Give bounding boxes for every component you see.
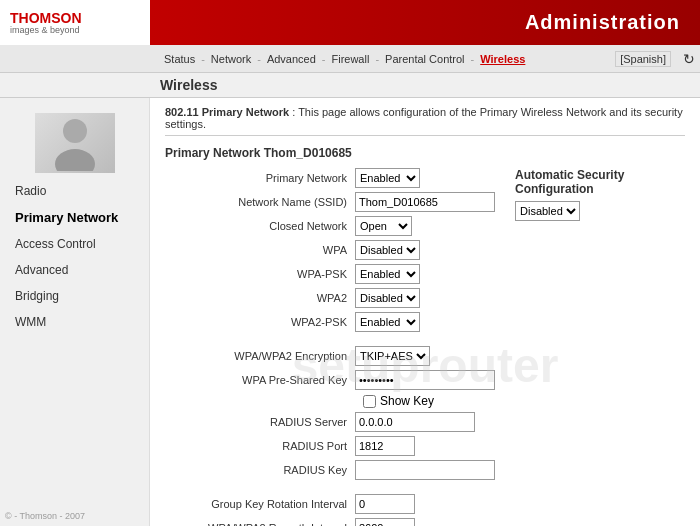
- refresh-icon[interactable]: ↻: [683, 51, 695, 67]
- wpa-reauth-input[interactable]: [355, 518, 415, 526]
- radius-port-label: RADIUS Port: [165, 440, 355, 452]
- wpa-psk-select[interactable]: Enabled Disabled: [355, 264, 420, 284]
- page-title: Wireless: [160, 77, 217, 93]
- network-name-ssid-label: Network Name (SSID): [165, 196, 355, 208]
- section-label: 802.11 Primary Network: [165, 106, 289, 118]
- wpa-pre-shared-key-label: WPA Pre-Shared Key: [165, 374, 355, 386]
- network-name-ssid-input[interactable]: [355, 192, 495, 212]
- radius-server-input[interactable]: [355, 412, 475, 432]
- nav-advanced[interactable]: Advanced: [263, 51, 320, 67]
- sidebar-item-wmm[interactable]: WMM: [0, 309, 149, 335]
- svg-point-1: [55, 149, 95, 171]
- show-key-checkbox[interactable]: [363, 395, 376, 408]
- wpa2-row: WPA2 Disabled Enabled: [165, 288, 495, 308]
- radius-server-row: RADIUS Server: [165, 412, 495, 432]
- radius-port-row: RADIUS Port: [165, 436, 495, 456]
- radius-server-label: RADIUS Server: [165, 416, 355, 428]
- sidebar-item-advanced[interactable]: Advanced: [0, 257, 149, 283]
- page-title-bar: Wireless: [0, 73, 700, 98]
- wpa2-psk-select[interactable]: Enabled Disabled: [355, 312, 420, 332]
- sidebar-item-access-control[interactable]: Access Control: [0, 231, 149, 257]
- show-key-label: Show Key: [380, 394, 434, 408]
- auto-security-title: Automatic Security Configuration: [515, 168, 685, 196]
- logo-name: THOMSON: [10, 11, 82, 25]
- section-description: 802.11 Primary Network : This page allow…: [165, 106, 685, 136]
- group-key-rotation-row: Group Key Rotation Interval: [165, 494, 495, 514]
- closed-network-select[interactable]: Open Closed: [355, 216, 412, 236]
- sidebar-item-bridging[interactable]: Bridging: [0, 283, 149, 309]
- radius-key-label: RADIUS Key: [165, 464, 355, 476]
- primary-network-select[interactable]: Enabled Disabled: [355, 168, 420, 188]
- radius-key-input[interactable]: [355, 460, 495, 480]
- wpa2-psk-row: WPA2-PSK Enabled Disabled: [165, 312, 495, 332]
- page-header-title: Administration: [525, 11, 680, 34]
- wpa-label: WPA: [165, 244, 355, 256]
- wpa-wpa2-encryption-select[interactable]: TKIP+AES TKIP AES: [355, 346, 430, 366]
- closed-network-label: Closed Network: [165, 220, 355, 232]
- nav-network[interactable]: Network: [207, 51, 255, 67]
- wpa-psk-row: WPA-PSK Enabled Disabled: [165, 264, 495, 284]
- wpa-reauth-row: WPA/WPA2 Re-auth Interval: [165, 518, 495, 526]
- wpa-wpa2-encryption-row: WPA/WPA2 Encryption TKIP+AES TKIP AES: [165, 346, 495, 366]
- wpa-row: WPA Disabled Enabled: [165, 240, 495, 260]
- auto-security-select[interactable]: Disabled Enabled: [515, 201, 580, 221]
- nav-wireless[interactable]: Wireless: [476, 51, 529, 67]
- sidebar: Radio Primary Network Access Control Adv…: [0, 98, 150, 526]
- radius-key-row: RADIUS Key: [165, 460, 495, 480]
- navbar: Status - Network - Advanced - Firewall -…: [0, 45, 700, 73]
- sidebar-footer: © - Thomson - 2007: [5, 511, 85, 521]
- wpa-pre-shared-key-input[interactable]: [355, 370, 495, 390]
- primary-network-row: Primary Network Enabled Disabled: [165, 168, 495, 188]
- nav-parental[interactable]: Parental Control: [381, 51, 469, 67]
- wpa-select[interactable]: Disabled Enabled: [355, 240, 420, 260]
- sidebar-item-radio[interactable]: Radio: [0, 178, 149, 204]
- svg-point-0: [63, 119, 87, 143]
- wpa2-psk-label: WPA2-PSK: [165, 316, 355, 328]
- nav-firewall[interactable]: Firewall: [327, 51, 373, 67]
- wpa2-label: WPA2: [165, 292, 355, 304]
- radius-port-input[interactable]: [355, 436, 415, 456]
- person-image: [35, 113, 115, 173]
- group-key-rotation-input[interactable]: [355, 494, 415, 514]
- primary-network-label: Primary Network: [165, 172, 355, 184]
- sidebar-item-primary-network[interactable]: Primary Network: [0, 204, 149, 231]
- closed-network-row: Closed Network Open Closed: [165, 216, 495, 236]
- logo-tagline: images & beyond: [10, 25, 82, 35]
- language-toggle[interactable]: [Spanish]: [615, 51, 671, 67]
- wpa-psk-label: WPA-PSK: [165, 268, 355, 280]
- nav-status[interactable]: Status: [160, 51, 199, 67]
- network-name-label: Primary Network Thom_D010685: [165, 146, 685, 160]
- wpa2-select[interactable]: Disabled Enabled: [355, 288, 420, 308]
- wpa-reauth-label: WPA/WPA2 Re-auth Interval: [165, 522, 355, 526]
- auto-security-panel: Automatic Security Configuration Disable…: [515, 168, 685, 526]
- wpa-pre-shared-key-row: WPA Pre-Shared Key: [165, 370, 495, 390]
- logo-area: THOMSON images & beyond: [0, 0, 150, 45]
- group-key-rotation-label: Group Key Rotation Interval: [165, 498, 355, 510]
- network-name-ssid-row: Network Name (SSID): [165, 192, 495, 212]
- show-key-row: Show Key: [363, 394, 495, 408]
- content-area: setuprouter 802.11 Primary Network : Thi…: [150, 98, 700, 526]
- wpa-wpa2-encryption-label: WPA/WPA2 Encryption: [165, 350, 355, 362]
